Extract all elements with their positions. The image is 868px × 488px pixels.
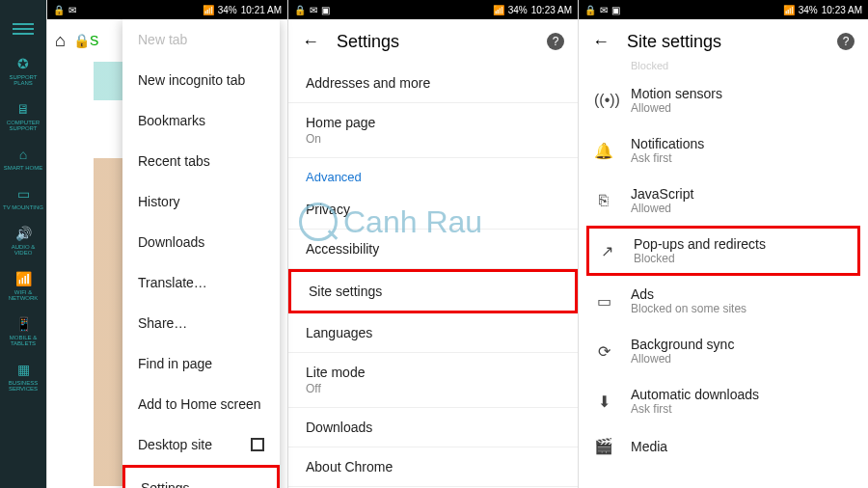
row-languages[interactable]: Languages	[288, 313, 578, 353]
lock-icon: 🔒	[584, 5, 596, 15]
menu-new-incognito[interactable]: New incognito tab	[122, 60, 280, 100]
image-icon: ▣	[321, 5, 330, 15]
menu-add-home-screen[interactable]: Add to Home screen	[122, 384, 280, 424]
battery-text: 34%	[508, 5, 528, 15]
mail-icon: ✉	[310, 5, 317, 15]
wifi-icon: 📶	[15, 271, 32, 286]
menu-new-tab[interactable]: New tab	[122, 19, 280, 60]
menu-find-in-page[interactable]: Find in page	[122, 343, 280, 384]
chrome-overflow-menu: New tab New incognito tab Bookmarks Rece…	[122, 19, 280, 488]
sidebar-business-services[interactable]: ▦BUSINESS SERVICES	[0, 354, 46, 399]
row-downloads[interactable]: Downloads	[288, 408, 578, 447]
row-motion-sensors[interactable]: ((•))Motion sensorsAllowed	[579, 75, 868, 125]
speaker-icon: 🔊	[15, 226, 32, 241]
app-sidebar: ✪SUPPORT PLANS 🖥COMPUTER SUPPORT ⌂SMART …	[0, 0, 46, 488]
mail-icon: ✉	[68, 5, 76, 15]
pane-chrome-menu: 🔒✉ 📶34%10:21 AM ⌂ 🔒S New tab New incogni…	[46, 0, 287, 488]
row-javascript[interactable]: ⎘JavaScriptAllowed	[579, 176, 868, 226]
back-button[interactable]: ←	[592, 32, 610, 52]
menu-translate[interactable]: Translate…	[122, 262, 280, 303]
clock-text: 10:21 AM	[241, 5, 282, 15]
site-settings-header: ← Site settings ?	[579, 19, 868, 64]
status-bar: 🔒✉▣ 📶34%10:23 AM	[579, 0, 868, 19]
row-site-settings[interactable]: Site settings	[288, 269, 578, 313]
row-background-sync[interactable]: ⟳Background syncAllowed	[579, 326, 868, 376]
monitor-icon: 🖥	[16, 101, 30, 117]
menu-history[interactable]: History	[122, 181, 280, 222]
row-privacy[interactable]: Privacy	[288, 190, 578, 230]
battery-text: 34%	[218, 5, 237, 15]
sidebar-wifi-network[interactable]: 📶WIFI & NETWORK	[0, 263, 46, 309]
prev-row-secondary: Blocked	[579, 60, 868, 71]
lock-icon: 🔒S	[73, 33, 98, 48]
page-title: Settings	[337, 32, 529, 52]
page-title: Site settings	[627, 32, 820, 52]
popup-icon: ↗	[597, 242, 616, 260]
back-button[interactable]: ←	[302, 32, 319, 52]
menu-bookmarks[interactable]: Bookmarks	[122, 100, 280, 141]
row-addresses[interactable]: Addresses and more	[288, 64, 578, 103]
row-media[interactable]: 🎬Media	[579, 426, 868, 466]
sidebar-mobile-tablets[interactable]: 📱MOBILE & TABLETS	[0, 309, 46, 354]
row-ads[interactable]: ▭AdsBlocked on some sites	[579, 276, 868, 326]
menu-desktop-site[interactable]: Desktop site	[122, 424, 280, 465]
grid-icon: ▦	[17, 362, 30, 377]
sync-icon: ⟳	[594, 342, 613, 361]
sidebar-computer-support[interactable]: 🖥COMPUTER SUPPORT	[0, 94, 46, 139]
settings-header: ← Settings ?	[288, 19, 578, 64]
help-button[interactable]: ?	[837, 33, 854, 50]
lock-icon: 🔒	[53, 5, 65, 15]
menu-downloads[interactable]: Downloads	[122, 222, 280, 262]
phone-icon: 📱	[15, 316, 32, 332]
signal-icon: 📶	[783, 5, 795, 15]
signal-icon: 📶	[493, 5, 504, 15]
shield-icon: ✪	[17, 56, 29, 71]
row-lite-mode[interactable]: Lite modeOff	[288, 353, 578, 408]
ads-icon: ▭	[594, 292, 613, 311]
row-about-chrome[interactable]: About Chrome	[288, 447, 578, 487]
row-notifications[interactable]: 🔔NotificationsAsk first	[579, 125, 868, 176]
help-button[interactable]: ?	[547, 33, 564, 50]
signal-icon: 📶	[203, 5, 214, 15]
menu-share[interactable]: Share…	[122, 303, 280, 343]
section-advanced: Advanced	[288, 158, 578, 190]
sidebar-tv-mounting[interactable]: ▭TV MOUNTING	[0, 178, 46, 218]
image-icon: ▣	[611, 5, 620, 15]
mail-icon: ✉	[600, 5, 608, 15]
row-popups-redirects[interactable]: ↗Pop-ups and redirectsBlocked	[586, 226, 860, 276]
sidebar-smart-home[interactable]: ⌂SMART HOME	[0, 139, 46, 178]
home-button[interactable]: ⌂	[55, 31, 66, 51]
clock-text: 10:23 AM	[531, 5, 572, 15]
pane-site-settings: 🔒✉▣ 📶34%10:23 AM ← Site settings ? Block…	[578, 0, 868, 488]
hamburger-menu[interactable]	[0, 10, 46, 48]
home-icon: ⌂	[19, 147, 27, 162]
row-home-page[interactable]: Home pageOn	[288, 103, 578, 158]
lock-icon: 🔒	[294, 5, 306, 15]
sidebar-audio-video[interactable]: 🔊AUDIO & VIDEO	[0, 218, 46, 263]
row-accessibility[interactable]: Accessibility	[288, 230, 578, 269]
media-icon: 🎬	[594, 437, 613, 455]
row-automatic-downloads[interactable]: ⬇Automatic downloadsAsk first	[579, 376, 868, 426]
bell-icon: 🔔	[594, 142, 613, 160]
menu-recent-tabs[interactable]: Recent tabs	[122, 141, 280, 181]
battery-text: 34%	[799, 5, 818, 15]
sidebar-support-plans[interactable]: ✪SUPPORT PLANS	[0, 48, 46, 94]
clock-text: 10:23 AM	[822, 5, 862, 15]
desktop-site-checkbox[interactable]	[251, 438, 264, 451]
tv-icon: ▭	[17, 186, 30, 202]
status-bar: 🔒✉▣ 📶34%10:23 AM	[288, 0, 578, 19]
menu-settings[interactable]: Settings	[122, 465, 280, 488]
download-icon: ⬇	[594, 393, 613, 411]
javascript-icon: ⎘	[594, 192, 613, 209]
motion-icon: ((•))	[594, 92, 613, 109]
status-bar: 🔒✉ 📶34%10:21 AM	[47, 0, 287, 19]
pane-settings: 🔒✉▣ 📶34%10:23 AM ← Settings ? Addresses …	[287, 0, 578, 488]
